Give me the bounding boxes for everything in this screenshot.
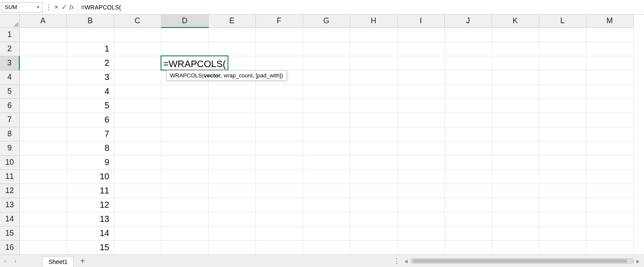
cell-I9[interactable] — [397, 141, 444, 155]
cell-B1[interactable] — [67, 28, 114, 42]
cell-K11[interactable] — [492, 169, 539, 184]
cell-C8[interactable] — [114, 127, 161, 141]
cell-C12[interactable] — [114, 184, 161, 198]
cell-D9[interactable] — [161, 141, 208, 155]
cell-K2[interactable] — [492, 42, 539, 56]
cell-M7[interactable] — [586, 113, 633, 127]
cell-B2[interactable]: 1 — [67, 42, 114, 56]
cell-A13[interactable] — [19, 198, 67, 212]
cell-G10[interactable] — [303, 155, 350, 169]
row-header-8[interactable]: 8 — [0, 127, 19, 141]
cell-C11[interactable] — [114, 169, 161, 184]
cell-D2[interactable] — [161, 42, 208, 56]
cell-C10[interactable] — [114, 155, 161, 169]
cell-J8[interactable] — [444, 127, 492, 141]
cell-G2[interactable] — [303, 42, 350, 56]
more-icon[interactable]: ⋮ — [45, 3, 52, 12]
hscroll-track[interactable] — [410, 258, 634, 264]
cell-E2[interactable] — [208, 42, 255, 56]
cell-H13[interactable] — [350, 198, 397, 212]
cell-A3[interactable] — [19, 56, 67, 70]
cell-G13[interactable] — [303, 198, 350, 212]
cell-G3[interactable] — [303, 56, 350, 70]
cell-M10[interactable] — [586, 155, 633, 169]
cell-A1[interactable] — [19, 28, 67, 42]
cell-I13[interactable] — [397, 198, 444, 212]
cell-M8[interactable] — [586, 127, 633, 141]
cell-I2[interactable] — [397, 42, 444, 56]
cell-A15[interactable] — [19, 226, 67, 240]
cell-G15[interactable] — [303, 226, 350, 240]
cell-I11[interactable] — [397, 169, 444, 184]
col-header-D[interactable]: D — [161, 15, 208, 28]
cell-H4[interactable] — [350, 70, 397, 84]
cell-F8[interactable] — [255, 127, 303, 141]
cell-D14[interactable] — [161, 212, 208, 226]
cell-K9[interactable] — [492, 141, 539, 155]
cell-M6[interactable] — [586, 98, 633, 113]
cell-A8[interactable] — [19, 127, 67, 141]
row-header-11[interactable]: 11 — [0, 169, 19, 184]
cell-C15[interactable] — [114, 226, 161, 240]
cell-A5[interactable] — [19, 84, 67, 98]
row-header-13[interactable]: 13 — [0, 198, 19, 212]
cell-F11[interactable] — [255, 169, 303, 184]
cell-L15[interactable] — [539, 226, 586, 240]
cell-J1[interactable] — [444, 28, 492, 42]
cell-J5[interactable] — [444, 84, 492, 98]
cell-H15[interactable] — [350, 226, 397, 240]
cell-G14[interactable] — [303, 212, 350, 226]
col-header-K[interactable]: K — [492, 15, 539, 28]
cell-D7[interactable] — [161, 113, 208, 127]
cell-E6[interactable] — [208, 98, 255, 113]
cell-H12[interactable] — [350, 184, 397, 198]
cell-B9[interactable]: 8 — [67, 141, 114, 155]
cell-C9[interactable] — [114, 141, 161, 155]
row-header-15[interactable]: 15 — [0, 226, 19, 240]
cell-A7[interactable] — [19, 113, 67, 127]
row-header-7[interactable]: 7 — [0, 113, 19, 127]
cell-I16[interactable] — [397, 240, 444, 255]
prev-sheet-button[interactable]: ‹ — [0, 258, 10, 264]
cell-I6[interactable] — [397, 98, 444, 113]
cell-G9[interactable] — [303, 141, 350, 155]
cell-M16[interactable] — [586, 240, 633, 255]
cell-C14[interactable] — [114, 212, 161, 226]
cell-E8[interactable] — [208, 127, 255, 141]
cell-L10[interactable] — [539, 155, 586, 169]
cell-F3[interactable] — [255, 56, 303, 70]
cell-J11[interactable] — [444, 169, 492, 184]
cell-F10[interactable] — [255, 155, 303, 169]
cell-C3[interactable] — [114, 56, 161, 70]
cell-I8[interactable] — [397, 127, 444, 141]
formula-input[interactable] — [77, 2, 644, 12]
cell-G7[interactable] — [303, 113, 350, 127]
cell-H14[interactable] — [350, 212, 397, 226]
cell-L16[interactable] — [539, 240, 586, 255]
add-sheet-button[interactable]: + — [74, 256, 91, 266]
cell-L6[interactable] — [539, 98, 586, 113]
cell-B7[interactable]: 6 — [67, 113, 114, 127]
col-header-B[interactable]: B — [67, 15, 114, 28]
cell-L2[interactable] — [539, 42, 586, 56]
cell-J3[interactable] — [444, 56, 492, 70]
cell-B5[interactable]: 4 — [67, 84, 114, 98]
cell-M1[interactable] — [586, 28, 633, 42]
scroll-left-icon[interactable]: ◀ — [404, 259, 408, 264]
cell-B16[interactable]: 15 — [67, 240, 114, 255]
cell-H9[interactable] — [350, 141, 397, 155]
cell-E16[interactable] — [208, 240, 255, 255]
cell-I5[interactable] — [397, 84, 444, 98]
cell-G12[interactable] — [303, 184, 350, 198]
cell-K13[interactable] — [492, 198, 539, 212]
cell-D11[interactable] — [161, 169, 208, 184]
fx-icon[interactable]: fx — [68, 3, 76, 12]
cell-A6[interactable] — [19, 98, 67, 113]
cell-L8[interactable] — [539, 127, 586, 141]
col-header-F[interactable]: F — [255, 15, 303, 28]
cell-M4[interactable] — [586, 70, 633, 84]
cell-C6[interactable] — [114, 98, 161, 113]
cell-C4[interactable] — [114, 70, 161, 84]
cell-L9[interactable] — [539, 141, 586, 155]
cell-I3[interactable] — [397, 56, 444, 70]
